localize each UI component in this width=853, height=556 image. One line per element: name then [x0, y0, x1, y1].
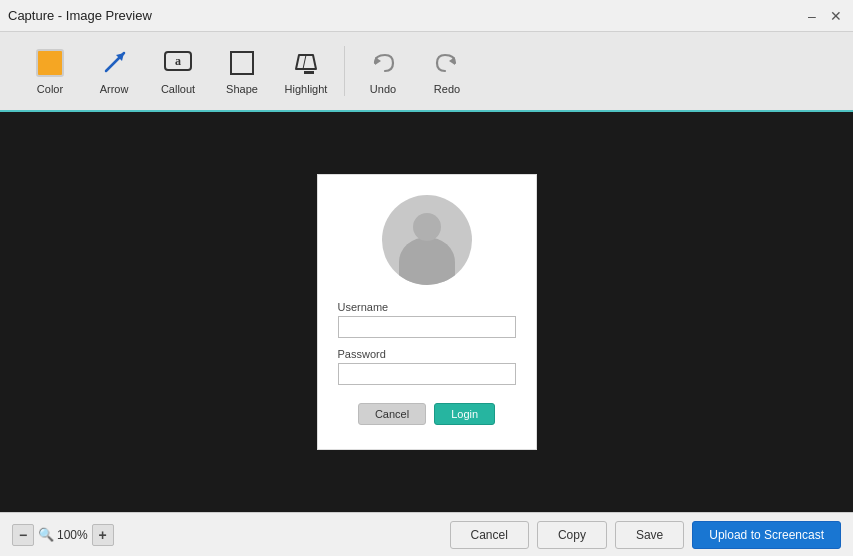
undo-icon [367, 47, 399, 79]
window-controls: – ✕ [803, 7, 845, 25]
callout-icon: a [162, 47, 194, 79]
color-label: Color [37, 83, 63, 95]
toolbar-separator [344, 46, 345, 96]
arrow-label: Arrow [100, 83, 129, 95]
username-input[interactable] [338, 316, 516, 338]
username-group: Username [338, 301, 516, 338]
zoom-display: 🔍 100% [38, 527, 88, 542]
callout-label: Callout [161, 83, 195, 95]
svg-text:a: a [175, 54, 181, 68]
zoom-in-button[interactable]: + [92, 524, 114, 546]
save-button[interactable]: Save [615, 521, 684, 549]
bottom-bar: − 🔍 100% + Cancel Copy Save Upload to Sc… [0, 512, 853, 556]
redo-tool[interactable]: Redo [417, 37, 477, 105]
avatar [382, 195, 472, 285]
callout-tool[interactable]: a Callout [148, 37, 208, 105]
redo-icon [431, 47, 463, 79]
toolbar: Color Arrow a Callout Shape [0, 32, 853, 112]
zoom-icon: 🔍 [38, 527, 54, 542]
svg-marker-9 [449, 57, 455, 65]
title-bar: Capture - Image Preview – ✕ [0, 0, 853, 32]
zoom-controls: − 🔍 100% + [12, 524, 114, 546]
username-label: Username [338, 301, 516, 313]
svg-marker-8 [375, 57, 381, 65]
color-icon [34, 47, 66, 79]
arrow-icon [98, 47, 130, 79]
preview-login-button[interactable]: Login [434, 403, 495, 425]
color-swatch [36, 49, 64, 77]
password-label: Password [338, 348, 516, 360]
avatar-head [413, 213, 441, 241]
zoom-out-button[interactable]: − [12, 524, 34, 546]
password-group: Password [338, 348, 516, 385]
shape-tool[interactable]: Shape [212, 37, 272, 105]
form-buttons: Cancel Login [358, 403, 495, 425]
redo-label: Redo [434, 83, 460, 95]
preview-card: Username Password Cancel Login [317, 174, 537, 450]
svg-rect-4 [231, 52, 253, 74]
password-input[interactable] [338, 363, 516, 385]
avatar-body [399, 237, 455, 285]
action-buttons: Cancel Copy Save Upload to Screencast [450, 521, 841, 549]
close-button[interactable]: ✕ [827, 7, 845, 25]
undo-tool[interactable]: Undo [353, 37, 413, 105]
arrow-tool[interactable]: Arrow [84, 37, 144, 105]
svg-line-7 [303, 55, 306, 69]
preview-cancel-button[interactable]: Cancel [358, 403, 426, 425]
minimize-button[interactable]: – [803, 7, 821, 25]
highlight-tool[interactable]: Highlight [276, 37, 336, 105]
copy-button[interactable]: Copy [537, 521, 607, 549]
cancel-button[interactable]: Cancel [450, 521, 529, 549]
shape-label: Shape [226, 83, 258, 95]
svg-rect-5 [304, 71, 314, 74]
zoom-value: 100% [57, 528, 88, 542]
highlight-label: Highlight [285, 83, 328, 95]
highlight-icon [290, 47, 322, 79]
window-title: Capture - Image Preview [8, 8, 152, 23]
color-tool[interactable]: Color [20, 37, 80, 105]
undo-label: Undo [370, 83, 396, 95]
upload-button[interactable]: Upload to Screencast [692, 521, 841, 549]
shape-icon [226, 47, 258, 79]
canvas-area: Username Password Cancel Login [0, 112, 853, 512]
